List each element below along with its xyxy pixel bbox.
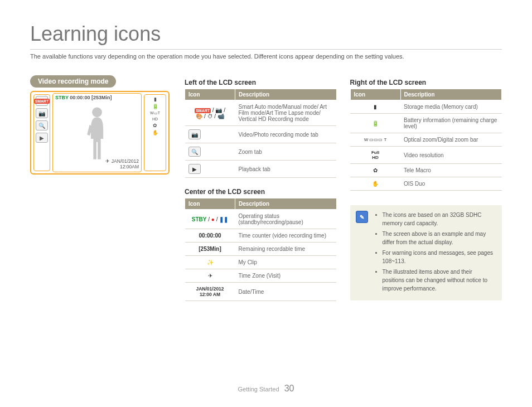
lcd-time: 00:00:00	[70, 95, 90, 100]
table-row: ✋ OIS Duo	[350, 177, 501, 191]
note-list: The icons are based on an 32GB SDHC memo…	[375, 211, 495, 293]
telemacro-icon: ✿	[153, 123, 157, 128]
modes-icon-cell: SMART / 📷 /🎨 / ⏱ / 📹	[185, 100, 235, 126]
remaining-cell: [253Min]	[185, 243, 235, 256]
page-number: 30	[284, 384, 294, 393]
lcd-date-text: JAN/01/2012	[112, 158, 139, 164]
table-header-row: Icon Description	[185, 89, 336, 100]
zoombar-icon: W▭T	[150, 111, 160, 115]
datetime-cell: JAN/01/2012 12:00 AM	[185, 283, 235, 301]
timezone-icon: ✈	[185, 269, 235, 283]
resolution-icon: HD	[152, 117, 158, 121]
note-item: For warning icons and messages, see page…	[383, 249, 495, 265]
table-row: [253Min] Remaining recordable time	[185, 243, 336, 256]
table-row: FullHD Video resolution	[350, 147, 501, 164]
page-intro: The available functions vary depending o…	[30, 53, 502, 60]
svg-point-0	[92, 107, 102, 117]
person-silhouette-icon	[83, 105, 111, 161]
myclip-icon: ✨	[185, 256, 235, 269]
table-row: 🔋 Battery information (remaining charge …	[350, 114, 501, 133]
ois-icon: ✋	[152, 130, 158, 135]
ois-cell: ✋	[350, 177, 400, 191]
table-row: STBY / ● / ❚❚ Operating status (standby/…	[185, 210, 336, 229]
content-columns: Video recording mode SMART 📷 🔍 ▶ STBY 00…	[30, 75, 502, 301]
table-row: 🔍 Zoom tab	[185, 143, 336, 161]
table-header-row: Icon Description	[350, 89, 501, 100]
th-icon: Icon	[185, 89, 235, 100]
lcd-center: STBY 00:00:00 [253Min] ✈ JAN/01/2012 12:…	[52, 93, 142, 172]
table-header-row: Icon Description	[185, 198, 336, 210]
column-right: Right of the LCD screen Icon Description…	[350, 75, 502, 301]
telemacro-desc: Tele Macro	[400, 164, 501, 177]
table-row: ✿ Tele Macro	[350, 164, 501, 177]
zoomtab-desc: Zoom tab	[235, 143, 336, 161]
table-row: ▮ Storage media (Memory card)	[350, 100, 501, 114]
lcd-date: ✈ JAN/01/2012 12:00AM	[105, 158, 139, 169]
smart-icon: SMART	[36, 96, 48, 106]
card-cell: ▮	[350, 100, 400, 114]
lcd-right-strip: ▮ 🔋 W▭T HD ✿ ✋	[144, 94, 166, 171]
note-item: The screen above is an example and may d…	[383, 230, 495, 246]
datetime-desc: Date/Time	[235, 283, 336, 301]
playtab-desc: Playback tab	[235, 161, 336, 178]
timecounter-cell: 00:00:00	[185, 229, 235, 243]
timezone-desc: Time Zone (Visit)	[235, 269, 336, 283]
column-left: Video recording mode SMART 📷 🔍 ▶ STBY 00…	[30, 75, 171, 301]
center-lcd-heading: Center of the LCD screen	[185, 188, 336, 196]
stby-rec-desc: Operating status (standby/recording/paus…	[235, 210, 336, 229]
center-lcd-table: Icon Description STBY / ● / ❚❚ Operating…	[185, 198, 336, 301]
modes-desc: Smart Auto mode/Manual mode/ Art Film mo…	[235, 100, 336, 126]
card-desc: Storage media (Memory card)	[400, 100, 501, 114]
mode-badge: Video recording mode	[30, 75, 116, 88]
note-item: The icons are based on an 32GB SDHC memo…	[383, 211, 495, 227]
battery-cell: 🔋	[350, 114, 400, 133]
column-middle: Left of the LCD screen Icon Description …	[185, 75, 336, 301]
table-row: ✈ Time Zone (Visit)	[185, 269, 336, 283]
battery-desc: Battery information (remaining charge le…	[400, 114, 501, 133]
th-desc: Description	[235, 89, 336, 100]
th-icon: Icon	[350, 89, 400, 100]
myclip-desc: My Clip	[235, 256, 336, 269]
timecounter-desc: Time counter (video recording time)	[235, 229, 336, 243]
playback-icon: ▶	[36, 133, 48, 143]
th-icon: Icon	[185, 198, 235, 210]
th-desc: Description	[235, 198, 336, 210]
lcd-clock-text: 12:00AM	[120, 164, 139, 169]
zoombar-cell: W ▭▭▭ T	[350, 133, 400, 147]
battery-icon: 🔋	[152, 104, 158, 109]
lcd-mock: SMART 📷 🔍 ▶ STBY 00:00:00 [253Min] ✈ JAN…	[30, 91, 170, 175]
table-row: JAN/01/2012 12:00 AM Date/Time	[185, 283, 336, 301]
lcd-status-row: STBY 00:00:00 [253Min]	[55, 95, 112, 100]
telemacro-cell: ✿	[350, 164, 400, 177]
stby-label: STBY	[55, 95, 69, 100]
page-title: Learning icons	[30, 22, 502, 50]
rectab-icon: 📷	[185, 126, 235, 143]
card-icon: ▮	[154, 96, 157, 102]
left-lcd-heading: Left of the LCD screen	[185, 79, 336, 86]
footer-section: Getting Started	[238, 386, 279, 393]
table-row: 📷 Video/Photo recording mode tab	[185, 126, 336, 143]
res-desc: Video resolution	[400, 147, 501, 164]
left-lcd-table: Icon Description SMART / 📷 /🎨 / ⏱ / 📹 Sm…	[185, 89, 336, 178]
zoombar-desc: Optical zoom/Digital zoom bar	[400, 133, 501, 147]
lcd-remaining: [253Min]	[91, 95, 112, 100]
table-row: ▶ Playback tab	[185, 161, 336, 178]
table-row: 00:00:00 Time counter (video recording t…	[185, 229, 336, 243]
note-box: ✎ The icons are based on an 32GB SDHC me…	[350, 205, 502, 301]
playtab-icon: ▶	[185, 161, 235, 178]
camera-icon: 📷	[36, 108, 48, 118]
right-lcd-heading: Right of the LCD screen	[350, 79, 502, 86]
rectab-desc: Video/Photo recording mode tab	[235, 126, 336, 143]
note-item: The illustrated items above and their po…	[383, 268, 495, 293]
table-row: ✨ My Clip	[185, 256, 336, 269]
res-cell: FullHD	[350, 147, 400, 164]
lcd-left-strip: SMART 📷 🔍 ▶	[33, 94, 50, 171]
ois-desc: OIS Duo	[400, 177, 501, 191]
table-row: SMART / 📷 /🎨 / ⏱ / 📹 Smart Auto mode/Man…	[185, 100, 336, 126]
remaining-desc: Remaining recordable time	[235, 243, 336, 256]
zoomtab-icon: 🔍	[185, 143, 235, 161]
page-footer: Getting Started 30	[0, 384, 532, 394]
stby-rec-cell: STBY / ● / ❚❚	[185, 210, 235, 229]
zoom-icon: 🔍	[36, 120, 48, 130]
note-icon: ✎	[356, 211, 368, 223]
